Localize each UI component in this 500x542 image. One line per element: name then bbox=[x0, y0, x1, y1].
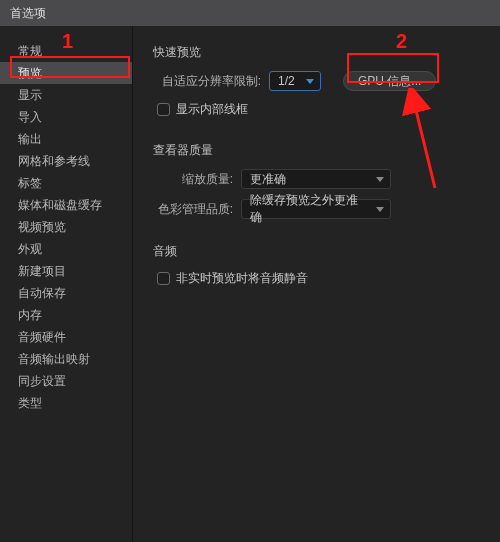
gpu-info-button[interactable]: GPU 信息... bbox=[343, 71, 436, 91]
sidebar-item-video-preview[interactable]: 视频预览 bbox=[0, 216, 132, 238]
sidebar-item-audio-hw[interactable]: 音频硬件 bbox=[0, 326, 132, 348]
sidebar-item-labels[interactable]: 标签 bbox=[0, 172, 132, 194]
resolution-limit-select[interactable]: 1/2 bbox=[269, 71, 321, 91]
sidebar: 常规 预览 显示 导入 输出 网格和参考线 标签 媒体和磁盘缓存 视频预览 外观… bbox=[0, 26, 133, 542]
section-audio: 音频 非实时预览时将音频静音 bbox=[153, 243, 482, 287]
mute-audio-checkbox[interactable] bbox=[157, 272, 170, 285]
sidebar-item-media-disk[interactable]: 媒体和磁盘缓存 bbox=[0, 194, 132, 216]
fast-preview-title: 快速预览 bbox=[153, 44, 482, 61]
sidebar-item-display[interactable]: 显示 bbox=[0, 84, 132, 106]
mute-audio-label: 非实时预览时将音频静音 bbox=[176, 270, 308, 287]
sidebar-item-output[interactable]: 输出 bbox=[0, 128, 132, 150]
resolution-limit-label: 自适应分辨率限制: bbox=[153, 73, 261, 90]
show-wireframe-checkbox[interactable] bbox=[157, 103, 170, 116]
sidebar-item-sync[interactable]: 同步设置 bbox=[0, 370, 132, 392]
sidebar-item-new-project[interactable]: 新建项目 bbox=[0, 260, 132, 282]
sidebar-item-autosave[interactable]: 自动保存 bbox=[0, 282, 132, 304]
content-area: 常规 预览 显示 导入 输出 网格和参考线 标签 媒体和磁盘缓存 视频预览 外观… bbox=[0, 26, 500, 542]
section-viewer-quality: 查看器质量 缩放质量: 更准确 色彩管理品质: 除缓存预览之外更准确 bbox=[153, 142, 482, 219]
sidebar-item-grids[interactable]: 网格和参考线 bbox=[0, 150, 132, 172]
show-wireframe-label: 显示内部线框 bbox=[176, 101, 248, 118]
sidebar-item-appearance[interactable]: 外观 bbox=[0, 238, 132, 260]
zoom-quality-label: 缩放质量: bbox=[153, 171, 233, 188]
sidebar-item-general[interactable]: 常规 bbox=[0, 40, 132, 62]
window-titlebar: 首选项 bbox=[0, 0, 500, 26]
sidebar-item-preview[interactable]: 预览 bbox=[0, 62, 132, 84]
sidebar-item-memory[interactable]: 内存 bbox=[0, 304, 132, 326]
audio-title: 音频 bbox=[153, 243, 482, 260]
sidebar-item-import[interactable]: 导入 bbox=[0, 106, 132, 128]
section-fast-preview: 快速预览 自适应分辨率限制: 1/2 GPU 信息... 显示内部线框 bbox=[153, 44, 482, 118]
sidebar-item-audio-map[interactable]: 音频输出映射 bbox=[0, 348, 132, 370]
window-title: 首选项 bbox=[10, 5, 46, 22]
sidebar-item-type[interactable]: 类型 bbox=[0, 392, 132, 414]
zoom-quality-select[interactable]: 更准确 bbox=[241, 169, 391, 189]
color-mgmt-select[interactable]: 除缓存预览之外更准确 bbox=[241, 199, 391, 219]
main-panel: 快速预览 自适应分辨率限制: 1/2 GPU 信息... 显示内部线框 查看器质… bbox=[133, 26, 500, 542]
viewer-quality-title: 查看器质量 bbox=[153, 142, 482, 159]
color-mgmt-label: 色彩管理品质: bbox=[153, 201, 233, 218]
